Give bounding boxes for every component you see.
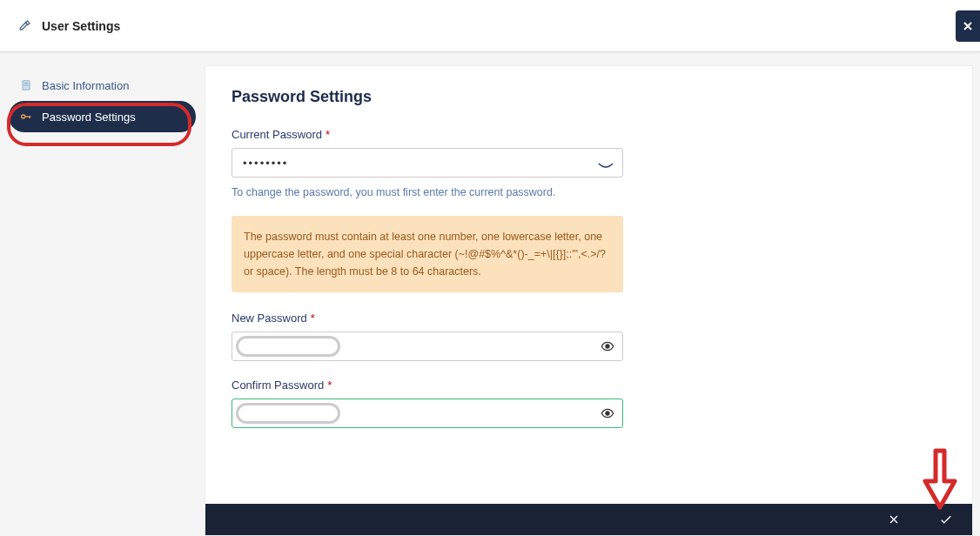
document-icon <box>19 78 33 92</box>
key-icon <box>19 110 33 124</box>
eye-icon[interactable] <box>601 339 614 353</box>
cancel-button[interactable] <box>885 511 903 528</box>
new-password-input[interactable] <box>232 332 623 361</box>
content-panel: Password Settings Current Password* To c… <box>205 65 973 536</box>
current-password-field-wrap <box>232 148 623 178</box>
footer-bar <box>205 504 972 535</box>
page-title: User Settings <box>42 19 120 33</box>
confirm-password-input[interactable] <box>232 399 623 428</box>
svg-point-3 <box>22 115 25 118</box>
current-password-helper: To change the password, you must first e… <box>232 186 946 198</box>
svg-point-7 <box>606 412 609 415</box>
wrench-icon <box>17 19 31 33</box>
svg-rect-5 <box>29 116 30 118</box>
sidebar: Basic Information Password Settings <box>0 52 205 536</box>
sidebar-item-label: Password Settings <box>42 111 136 124</box>
confirm-password-field-wrap <box>232 399 623 428</box>
input-status-icon <box>597 158 614 167</box>
new-password-label: New Password* <box>232 312 946 325</box>
sidebar-item-basic-information[interactable]: Basic Information <box>9 70 196 101</box>
sidebar-item-password-settings[interactable]: Password Settings <box>9 101 196 132</box>
sidebar-item-label: Basic Information <box>42 79 129 92</box>
new-password-field-wrap <box>232 332 623 361</box>
close-button[interactable] <box>956 10 980 42</box>
section-title: Password Settings <box>232 88 946 106</box>
header-bar: User Settings <box>0 0 980 52</box>
eye-icon[interactable] <box>601 406 614 420</box>
password-requirements-box: The password must contain at least one n… <box>232 216 623 292</box>
current-password-label: Current Password* <box>232 128 946 141</box>
svg-point-6 <box>606 345 609 348</box>
confirm-password-label: Confirm Password* <box>232 379 946 392</box>
confirm-button[interactable] <box>937 511 955 528</box>
current-password-input[interactable] <box>232 148 623 178</box>
